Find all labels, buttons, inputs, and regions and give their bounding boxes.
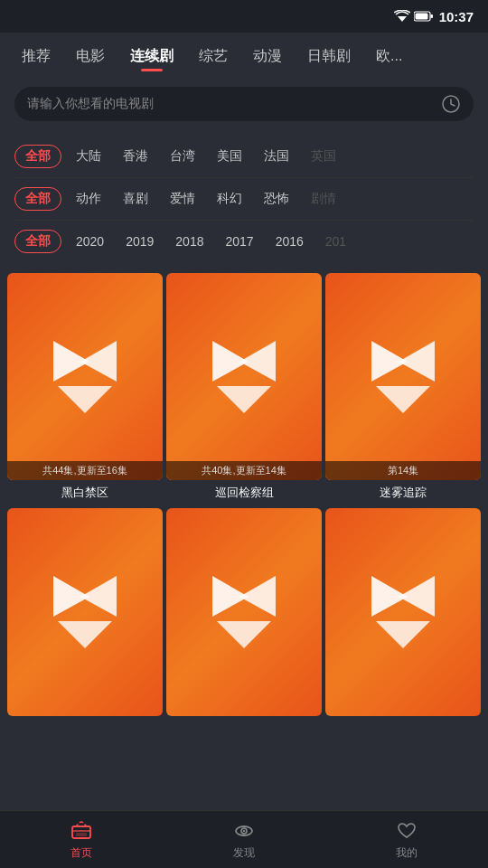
bottom-nav-home[interactable]: 首页 (70, 819, 93, 861)
clock-icon (441, 94, 461, 114)
bottom-nav: 首页 发现 我的 (0, 810, 488, 868)
filter-year-2016[interactable]: 2016 (265, 231, 314, 252)
content-title-5 (166, 716, 322, 724)
svg-marker-19 (217, 621, 271, 648)
content-badge-2: 共40集,更新至14集 (166, 461, 322, 480)
content-thumb-2: 共40集,更新至14集 (166, 273, 322, 480)
profile-heart-icon (395, 819, 418, 843)
content-thumb-1: 共44集,更新至16集 (7, 273, 163, 480)
play-logo-5 (203, 571, 285, 653)
filter-year-2017[interactable]: 2017 (214, 231, 264, 252)
content-item-1[interactable]: 共44集,更新至16集 黑白禁区 (7, 273, 163, 505)
filter-region-france[interactable]: 法国 (253, 145, 300, 168)
svg-marker-21 (399, 576, 435, 617)
filter-region-mainland[interactable]: 大陆 (65, 145, 112, 168)
content-title-3: 迷雾追踪 (325, 480, 481, 505)
filter-region-usa[interactable]: 美国 (206, 145, 253, 168)
search-bar[interactable]: 请输入你想看的电视剧 (14, 87, 474, 121)
content-thumb-5 (166, 508, 322, 715)
svg-rect-23 (72, 826, 90, 838)
svg-marker-12 (399, 341, 435, 382)
svg-rect-27 (76, 833, 87, 836)
home-tv-icon (70, 819, 93, 843)
filter-year-older[interactable]: 201 (314, 231, 357, 252)
svg-marker-10 (217, 386, 271, 413)
content-item-4[interactable] (7, 508, 163, 723)
content-title-2: 巡回检察组 (166, 480, 322, 505)
filter-row-year: 全部 2020 2019 2018 2017 2016 201 (14, 221, 474, 262)
svg-marker-18 (239, 576, 276, 617)
filter-region-all[interactable]: 全部 (14, 145, 61, 168)
nav-tab-series[interactable]: 连续剧 (117, 40, 186, 73)
play-logo-2 (203, 336, 285, 418)
play-logo-1 (44, 336, 126, 418)
bottom-nav-discover-label: 发现 (233, 845, 255, 861)
status-icons (394, 10, 434, 23)
status-bar: 10:37 (0, 0, 488, 33)
content-thumb-6 (325, 508, 481, 715)
filter-region-taiwan[interactable]: 台湾 (159, 145, 206, 168)
play-logo-3 (362, 336, 444, 418)
bottom-nav-profile[interactable]: 我的 (395, 819, 418, 861)
svg-rect-2 (430, 14, 433, 18)
filter-row-region: 全部 大陆 香港 台湾 美国 法国 英国 (14, 136, 474, 178)
svg-marker-9 (239, 341, 276, 382)
content-item-2[interactable]: 共40集,更新至14集 巡回检察组 (166, 273, 322, 505)
content-badge-1: 共44集,更新至16集 (7, 461, 163, 480)
nav-tabs: 推荐 电影 连续剧 综艺 动漫 日韩剧 欧... (0, 33, 488, 80)
battery-icon (414, 11, 434, 22)
filter-region-uk[interactable]: 英国 (300, 145, 347, 168)
content-badge-3: 第14集 (325, 461, 481, 480)
filter-year-2019[interactable]: 2019 (115, 231, 164, 252)
svg-marker-0 (398, 16, 407, 22)
search-bar-wrapper: 请输入你想看的电视剧 (0, 80, 488, 132)
filter-year-2018[interactable]: 2018 (164, 231, 214, 252)
filter-year-all[interactable]: 全部 (14, 230, 61, 253)
content-item-3[interactable]: 第14集 迷雾追踪 (325, 273, 481, 505)
svg-rect-3 (415, 14, 427, 20)
svg-marker-13 (376, 386, 430, 413)
svg-marker-22 (376, 621, 430, 648)
wifi-icon (394, 10, 410, 23)
filter-genre-drama[interactable]: 剧情 (300, 187, 347, 211)
content-title-6 (325, 716, 481, 724)
filter-genre-romance[interactable]: 爱情 (159, 187, 206, 211)
nav-tab-anime[interactable]: 动漫 (240, 40, 295, 73)
bottom-nav-discover[interactable]: 发现 (232, 819, 256, 861)
filter-genre-action[interactable]: 动作 (65, 187, 112, 211)
svg-marker-16 (58, 621, 112, 648)
nav-tab-korean[interactable]: 日韩剧 (295, 40, 363, 73)
filter-genre-comedy[interactable]: 喜剧 (112, 187, 159, 211)
content-thumb-3: 第14集 (325, 273, 481, 480)
content-title-4 (7, 716, 163, 724)
filter-genre-horror[interactable]: 恐怖 (253, 187, 300, 211)
play-logo-6 (362, 571, 444, 653)
bottom-nav-home-label: 首页 (70, 845, 92, 861)
filter-region-hongkong[interactable]: 香港 (112, 145, 159, 168)
content-item-5[interactable] (166, 508, 322, 723)
play-logo-4 (44, 571, 126, 653)
content-thumb-4 (7, 508, 163, 715)
nav-tab-recommend[interactable]: 推荐 (9, 40, 63, 73)
nav-tab-movie[interactable]: 电影 (63, 40, 117, 73)
svg-marker-6 (80, 341, 117, 382)
svg-marker-7 (58, 386, 112, 413)
svg-point-30 (243, 829, 245, 831)
svg-marker-15 (80, 576, 117, 617)
content-grid: 共44集,更新至16集 黑白禁区 共40集,更新至14集 巡回检察组 第14集 … (0, 262, 488, 724)
content-title-1: 黑白禁区 (7, 480, 163, 505)
filter-row-genre: 全部 动作 喜剧 爱情 科幻 恐怖 剧情 (14, 178, 474, 221)
bottom-nav-profile-label: 我的 (396, 845, 418, 861)
search-placeholder: 请输入你想看的电视剧 (27, 96, 441, 112)
filter-genre-all[interactable]: 全部 (14, 187, 61, 211)
discover-eye-icon (232, 819, 256, 843)
nav-tab-variety[interactable]: 综艺 (186, 40, 240, 73)
content-item-6[interactable] (325, 508, 481, 723)
status-time: 10:37 (439, 9, 474, 24)
nav-tab-western[interactable]: 欧... (363, 40, 415, 73)
filter-year-2020[interactable]: 2020 (65, 231, 115, 252)
filter-section: 全部 大陆 香港 台湾 美国 法国 英国 全部 动作 喜剧 爱情 科幻 恐怖 剧… (0, 132, 488, 262)
filter-genre-scifi[interactable]: 科幻 (206, 187, 253, 211)
